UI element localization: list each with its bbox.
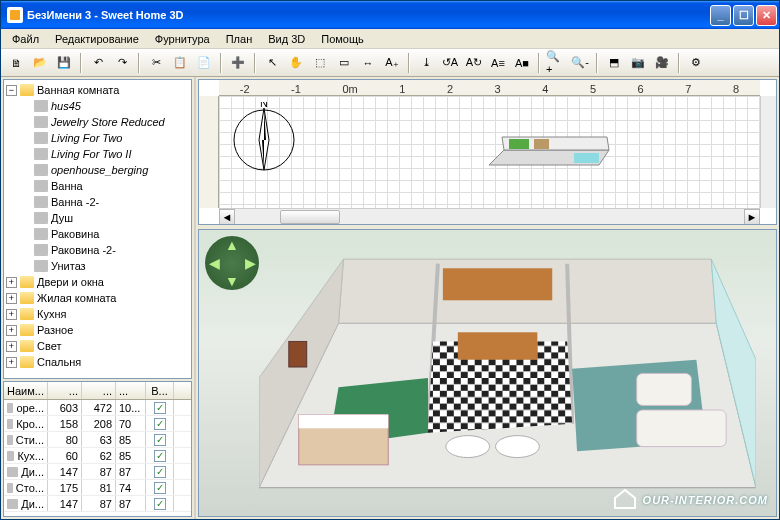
preferences-button[interactable]: ⚙ bbox=[685, 52, 707, 74]
col-depth[interactable]: ... bbox=[82, 382, 116, 399]
menu-furniture[interactable]: Фурнитура bbox=[148, 31, 217, 47]
col-visible[interactable]: В... bbox=[146, 382, 174, 399]
align-button[interactable]: A≡ bbox=[487, 52, 509, 74]
tree-toggle[interactable]: − bbox=[6, 85, 17, 96]
tree-item[interactable]: Раковина bbox=[6, 226, 189, 242]
menu-help[interactable]: Помощь bbox=[314, 31, 371, 47]
tree-item[interactable]: Ванна -2- bbox=[6, 194, 189, 210]
furniture-catalog-tree[interactable]: −Ванная комнатаhus45Jewelry Store Reduce… bbox=[3, 79, 192, 379]
table-body[interactable]: оре...60347210...✓Кро...15820870✓Сти...8… bbox=[4, 400, 191, 516]
nav-left-button[interactable]: ◀ bbox=[209, 255, 220, 271]
tree-item[interactable]: Душ bbox=[6, 210, 189, 226]
tree-toggle[interactable]: + bbox=[6, 277, 17, 288]
rotate-right-button[interactable]: A↻ bbox=[463, 52, 485, 74]
tree-item[interactable]: Ванна bbox=[6, 178, 189, 194]
col-width[interactable]: ... bbox=[48, 382, 82, 399]
wall-tool-button[interactable]: ⬚ bbox=[309, 52, 331, 74]
select-tool-button[interactable]: ↖ bbox=[261, 52, 283, 74]
plan-scrollbar-v[interactable] bbox=[760, 96, 776, 208]
table-row[interactable]: Сто...1758174✓ bbox=[4, 480, 191, 496]
tree-item[interactable]: hus45 bbox=[6, 98, 189, 114]
visibility-checkbox[interactable]: ✓ bbox=[154, 466, 166, 478]
tree-toggle[interactable]: + bbox=[6, 309, 17, 320]
zoom-in-button[interactable]: 🔍+ bbox=[545, 52, 567, 74]
table-row[interactable]: Сти...806385✓ bbox=[4, 432, 191, 448]
photo-button[interactable]: 📷 bbox=[627, 52, 649, 74]
import-button[interactable]: ⤓ bbox=[415, 52, 437, 74]
plan-scrollbar-h[interactable]: ◄ ► bbox=[219, 208, 760, 224]
svg-rect-8 bbox=[574, 153, 599, 163]
house-icon bbox=[611, 488, 639, 510]
view-top-button[interactable]: ⬒ bbox=[603, 52, 625, 74]
nav-down-button[interactable]: ▼ bbox=[225, 273, 239, 289]
visibility-checkbox[interactable]: ✓ bbox=[154, 434, 166, 446]
scroll-right-button[interactable]: ► bbox=[744, 209, 760, 225]
tree-item[interactable]: Унитаз bbox=[6, 258, 189, 274]
tree-item[interactable]: +Разное bbox=[6, 322, 189, 338]
add-furniture-button[interactable]: ➕ bbox=[227, 52, 249, 74]
tree-item[interactable]: −Ванная комната bbox=[6, 82, 189, 98]
scroll-left-button[interactable]: ◄ bbox=[219, 209, 235, 225]
compass[interactable]: N bbox=[229, 102, 299, 172]
import-icon: ⤓ bbox=[422, 56, 431, 69]
zoom-out-button[interactable]: 🔍- bbox=[569, 52, 591, 74]
text-color-button[interactable]: A■ bbox=[511, 52, 533, 74]
close-button[interactable]: ✕ bbox=[756, 5, 777, 26]
tree-item[interactable]: +Кухня bbox=[6, 306, 189, 322]
menu-edit[interactable]: Редактирование bbox=[48, 31, 146, 47]
folder-icon bbox=[20, 84, 34, 96]
cell-depth: 472 bbox=[82, 400, 116, 415]
copy-button[interactable]: 📋 bbox=[169, 52, 191, 74]
tree-item[interactable]: +Двери и окна bbox=[6, 274, 189, 290]
paste-button[interactable]: 📄 bbox=[193, 52, 215, 74]
visibility-checkbox[interactable]: ✓ bbox=[154, 450, 166, 462]
cut-button[interactable]: ✂ bbox=[145, 52, 167, 74]
tree-toggle[interactable]: + bbox=[6, 341, 17, 352]
text-tool-button[interactable]: A₊ bbox=[381, 52, 403, 74]
table-row[interactable]: оре...60347210...✓ bbox=[4, 400, 191, 416]
nav-up-button[interactable]: ▲ bbox=[225, 237, 239, 253]
tree-item[interactable]: Living For Two bbox=[6, 130, 189, 146]
view-3d[interactable]: ▲ ◀▶ ▼ bbox=[198, 229, 777, 517]
table-row[interactable]: Ди...1478787✓ bbox=[4, 464, 191, 480]
tree-item[interactable]: Jewelry Store Reduced bbox=[6, 114, 189, 130]
plan-2d-view[interactable]: -2-10m12345678 N bbox=[198, 79, 777, 225]
titlebar[interactable]: БезИмени 3 - Sweet Home 3D _ ☐ ✕ bbox=[1, 1, 779, 29]
nav-right-button[interactable]: ▶ bbox=[245, 255, 256, 271]
visibility-checkbox[interactable]: ✓ bbox=[154, 498, 166, 510]
menu-view3d[interactable]: Вид 3D bbox=[261, 31, 312, 47]
table-row[interactable]: Ди...1478787✓ bbox=[4, 496, 191, 512]
tree-item[interactable]: Living For Two II bbox=[6, 146, 189, 162]
room-tool-button[interactable]: ▭ bbox=[333, 52, 355, 74]
tree-item[interactable]: openhouse_berging bbox=[6, 162, 189, 178]
undo-button[interactable]: ↶ bbox=[87, 52, 109, 74]
col-height[interactable]: ... bbox=[116, 382, 146, 399]
visibility-checkbox[interactable]: ✓ bbox=[154, 402, 166, 414]
cell-height: 74 bbox=[116, 480, 146, 495]
minimize-button[interactable]: _ bbox=[710, 5, 731, 26]
save-button[interactable]: 💾 bbox=[53, 52, 75, 74]
visibility-checkbox[interactable]: ✓ bbox=[154, 482, 166, 494]
tree-toggle[interactable]: + bbox=[6, 325, 17, 336]
tree-toggle[interactable]: + bbox=[6, 293, 17, 304]
rotate-left-button[interactable]: ↺A bbox=[439, 52, 461, 74]
pan-tool-button[interactable]: ✋ bbox=[285, 52, 307, 74]
open-button[interactable]: 📂 bbox=[29, 52, 51, 74]
tree-toggle[interactable]: + bbox=[6, 357, 17, 368]
tree-item[interactable]: Раковина -2- bbox=[6, 242, 189, 258]
scroll-thumb[interactable] bbox=[280, 210, 340, 224]
tree-item[interactable]: +Спальня bbox=[6, 354, 189, 370]
dimension-tool-button[interactable]: ↔ bbox=[357, 52, 379, 74]
video-button[interactable]: 🎥 bbox=[651, 52, 673, 74]
table-row[interactable]: Кро...15820870✓ bbox=[4, 416, 191, 432]
menu-file[interactable]: Файл bbox=[5, 31, 46, 47]
redo-button[interactable]: ↷ bbox=[111, 52, 133, 74]
table-row[interactable]: Кух...606285✓ bbox=[4, 448, 191, 464]
col-name[interactable]: Наим... bbox=[4, 382, 48, 399]
tree-item[interactable]: +Жилая комната bbox=[6, 290, 189, 306]
maximize-button[interactable]: ☐ bbox=[733, 5, 754, 26]
tree-item[interactable]: +Свет bbox=[6, 338, 189, 354]
menu-plan[interactable]: План bbox=[219, 31, 260, 47]
new-button[interactable]: 🗎 bbox=[5, 52, 27, 74]
visibility-checkbox[interactable]: ✓ bbox=[154, 418, 166, 430]
